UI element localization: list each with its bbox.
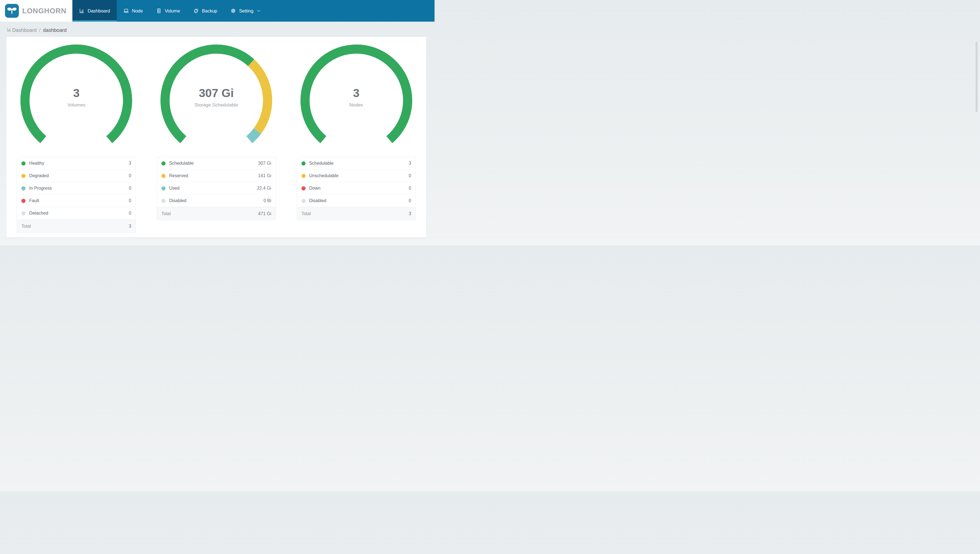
used-dot xyxy=(161,186,165,191)
tab-setting-label: Setting xyxy=(239,8,253,14)
row-value: 0 Bi xyxy=(263,198,271,203)
brand-name: LONGHORN xyxy=(22,6,67,15)
table-row[interactable]: In Progress 0 xyxy=(21,182,131,195)
breadcrumb-separator: / xyxy=(39,27,40,33)
nodes-table: Schedulable 3 Unschedulable 0 Down 0 Dis… xyxy=(297,157,416,220)
nodes-panel: 3 Nodes Schedulable 3 Unschedulable 0 Do… xyxy=(286,37,426,237)
table-row[interactable]: Schedulable 3 xyxy=(301,157,411,170)
storage-panel: 307 Gi Storage Schedulable Schedulable 3… xyxy=(146,37,286,237)
row-value: 0 xyxy=(129,198,131,203)
total-label: Total xyxy=(21,224,31,229)
nav-tabs: Dashboard Node Volume Backup Sett xyxy=(72,0,434,22)
storage-caption: Storage Schedulable xyxy=(175,102,258,108)
breadcrumb: Dashboard / dashboard xyxy=(6,27,434,33)
disabled-dot xyxy=(161,199,165,203)
longhorn-logo-icon xyxy=(5,4,19,18)
tab-backup[interactable]: Backup xyxy=(187,0,224,22)
gear-icon xyxy=(231,8,236,14)
table-row[interactable]: Disabled 0 xyxy=(301,195,411,207)
row-label: Detached xyxy=(29,211,48,216)
volumes-count: 3 xyxy=(35,87,118,100)
total-row: Total 3 xyxy=(17,220,135,232)
unschedulable-dot xyxy=(301,174,305,178)
row-value: 0 xyxy=(409,173,411,178)
row-label: Degraded xyxy=(29,173,49,178)
brand[interactable]: LONGHORN xyxy=(0,0,72,22)
volumes-gauge: 3 Volumes xyxy=(19,43,133,149)
volumes-table: Healthy 3 Degraded 0 In Progress 0 Fault… xyxy=(17,157,136,232)
total-value: 3 xyxy=(129,224,131,229)
total-label: Total xyxy=(161,211,171,216)
table-row[interactable]: Reserved 141 Gi xyxy=(161,170,271,182)
table-row[interactable]: Fault 0 xyxy=(21,195,131,207)
row-label: Disabled xyxy=(309,198,326,203)
row-value: 3 xyxy=(129,161,131,166)
table-row[interactable]: Unschedulable 0 xyxy=(301,170,411,182)
bar-chart-icon xyxy=(6,27,12,33)
volumes-panel: 3 Volumes Healthy 3 Degraded 0 In Progre… xyxy=(6,37,146,237)
row-value: 0 xyxy=(129,173,131,178)
table-row[interactable]: Used 22.4 Gi xyxy=(161,182,271,195)
row-value: 22.4 Gi xyxy=(257,186,271,191)
table-row[interactable]: Down 0 xyxy=(301,182,411,195)
storage-schedulable-value: 307 Gi xyxy=(175,87,258,100)
nodes-caption: Nodes xyxy=(315,102,398,108)
table-row[interactable]: Detached 0 xyxy=(21,207,131,220)
breadcrumb-dashboard-link[interactable]: Dashboard xyxy=(6,27,37,33)
table-row[interactable]: Schedulable 307 Gi xyxy=(161,157,271,170)
row-value: 0 xyxy=(409,198,411,203)
row-value: 0 xyxy=(129,211,131,216)
tab-volume[interactable]: Volume xyxy=(150,0,187,22)
total-row: Total 3 xyxy=(297,207,416,220)
reserved-dot xyxy=(161,174,165,178)
row-value: 3 xyxy=(409,161,411,166)
row-label: Schedulable xyxy=(169,161,194,166)
row-label: Used xyxy=(169,186,180,191)
tab-volume-label: Volume xyxy=(165,8,180,14)
gauge-segment xyxy=(249,131,257,140)
server-icon xyxy=(156,8,162,14)
breadcrumb-current: dashboard xyxy=(43,27,67,33)
laptop-icon xyxy=(123,8,129,14)
storage-table: Schedulable 307 Gi Reserved 141 Gi Used … xyxy=(157,157,276,220)
nodes-count: 3 xyxy=(315,87,398,100)
total-label: Total xyxy=(301,211,311,216)
row-label: Healthy xyxy=(29,161,44,166)
row-label: Down xyxy=(309,186,321,191)
tab-node-label: Node xyxy=(132,8,143,14)
row-label: Unschedulable xyxy=(309,173,339,178)
row-label: Schedulable xyxy=(309,161,334,166)
down-dot xyxy=(301,186,305,191)
table-row[interactable]: Disabled 0 Bi xyxy=(161,195,271,207)
tab-backup-label: Backup xyxy=(202,8,217,14)
tab-node[interactable]: Node xyxy=(117,0,150,22)
fault-dot xyxy=(21,199,25,203)
copy-icon xyxy=(193,8,199,14)
total-value: 471 Gi xyxy=(258,211,271,216)
table-row[interactable]: Degraded 0 xyxy=(21,170,131,182)
in-progress-dot xyxy=(21,186,25,191)
total-value: 3 xyxy=(409,211,411,216)
bar-chart-icon xyxy=(79,8,84,14)
row-label: Disabled xyxy=(169,198,186,203)
row-value: 0 xyxy=(409,186,411,191)
chevron-down-icon xyxy=(256,9,261,13)
row-label: Reserved xyxy=(169,173,188,178)
row-value: 0 xyxy=(129,186,131,191)
dashboard-card: 3 Volumes Healthy 3 Degraded 0 In Progre… xyxy=(6,37,426,237)
table-row[interactable]: Healthy 3 xyxy=(21,157,131,170)
disabled-dot xyxy=(301,199,305,203)
row-label: In Progress xyxy=(29,186,52,191)
tab-setting[interactable]: Setting xyxy=(224,0,267,22)
total-row: Total 471 Gi xyxy=(157,207,276,220)
detached-dot xyxy=(21,211,25,215)
schedulable-dot xyxy=(161,161,165,166)
healthy-dot xyxy=(21,161,25,166)
nodes-gauge: 3 Nodes xyxy=(299,43,413,149)
row-value: 307 Gi xyxy=(258,161,271,166)
row-value: 141 Gi xyxy=(258,173,271,178)
schedulable-dot xyxy=(301,161,305,166)
top-navbar: LONGHORN Dashboard Node Volume Backup xyxy=(0,0,434,22)
storage-gauge: 307 Gi Storage Schedulable xyxy=(159,43,273,149)
tab-dashboard[interactable]: Dashboard xyxy=(72,0,117,22)
